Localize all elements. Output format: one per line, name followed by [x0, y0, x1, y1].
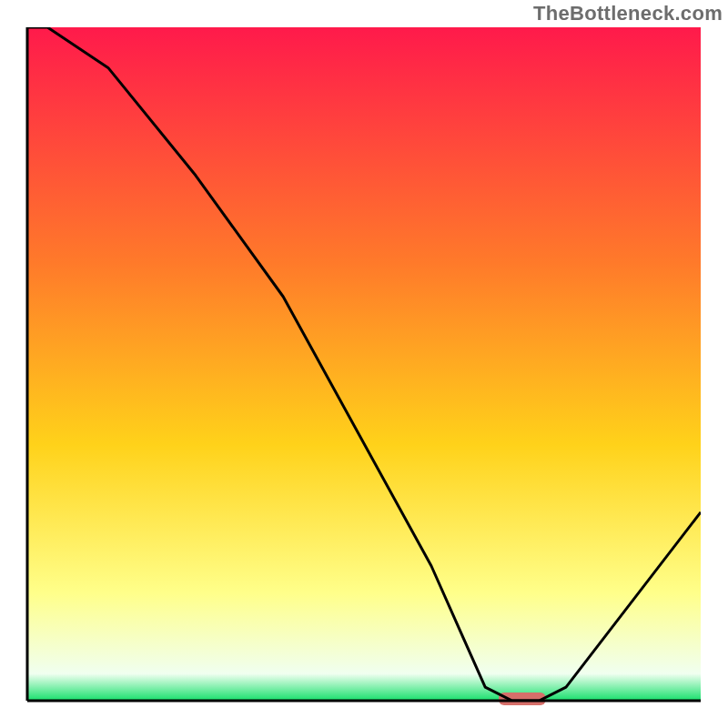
chart-stage: TheBottleneck.com: [0, 0, 728, 728]
watermark-text: TheBottleneck.com: [533, 2, 723, 25]
bottleneck-chart: [0, 0, 728, 728]
plot-background: [27, 27, 701, 701]
